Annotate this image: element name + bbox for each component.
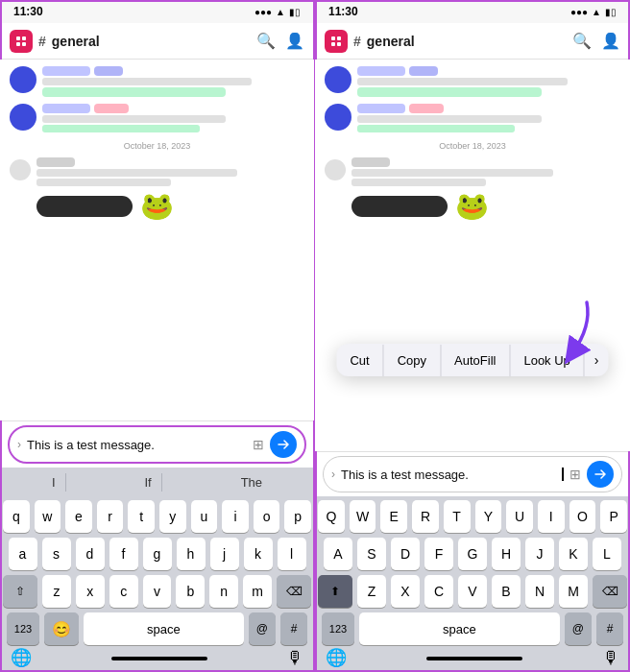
- globe-icon-left[interactable]: 🌐: [11, 647, 32, 668]
- key-C[interactable]: C: [424, 575, 453, 608]
- key-T[interactable]: T: [444, 500, 471, 533]
- key-O[interactable]: O: [569, 500, 596, 533]
- key-t[interactable]: t: [128, 500, 155, 533]
- key-l[interactable]: l: [278, 538, 306, 570]
- ctx-copy[interactable]: Copy: [384, 345, 441, 376]
- key-space-right[interactable]: space: [359, 612, 560, 645]
- msg-text-blur-r3a: [351, 169, 553, 177]
- key-m[interactable]: m: [243, 575, 272, 608]
- ctx-more-icon[interactable]: ›: [585, 344, 609, 376]
- profile-icon-right[interactable]: 👤: [601, 32, 620, 50]
- right-phone-panel: 11:30 ●●● ▲ ▮▯ # general 🔍 👤: [315, 0, 630, 672]
- key-q[interactable]: q: [3, 500, 30, 533]
- key-Y[interactable]: Y: [475, 500, 502, 533]
- search-icon-right[interactable]: 🔍: [572, 32, 592, 50]
- key-W[interactable]: W: [350, 500, 376, 533]
- key-emoji-left[interactable]: 😊: [44, 612, 79, 645]
- key-123-right[interactable]: 123: [322, 612, 354, 645]
- ctx-autofill[interactable]: AutoFill: [441, 345, 510, 376]
- key-shift-left[interactable]: ⇧: [3, 575, 37, 608]
- context-menu[interactable]: Cut Copy AutoFill Look Up ›: [336, 344, 608, 376]
- mic-icon-right[interactable]: 🎙: [602, 648, 619, 668]
- key-J[interactable]: J: [525, 538, 554, 570]
- key-w[interactable]: w: [35, 500, 61, 533]
- key-U[interactable]: U: [506, 500, 533, 533]
- profile-icon-left[interactable]: 👤: [285, 32, 304, 50]
- username-blur-3: [36, 157, 75, 167]
- ctx-cut[interactable]: Cut: [336, 345, 383, 376]
- key-D[interactable]: D: [391, 538, 420, 570]
- key-at-left[interactable]: @: [249, 612, 276, 645]
- message-input-right[interactable]: This is a test message.: [341, 468, 555, 482]
- msg-text-blur-r1: [357, 78, 568, 85]
- autocomplete-the[interactable]: The: [231, 473, 272, 492]
- key-R[interactable]: R: [412, 500, 439, 533]
- key-u[interactable]: u: [191, 500, 218, 533]
- key-a[interactable]: a: [9, 538, 37, 570]
- key-r[interactable]: r: [97, 500, 124, 533]
- key-g[interactable]: g: [143, 538, 172, 570]
- key-space-left[interactable]: space: [84, 612, 244, 645]
- key-E[interactable]: E: [380, 500, 407, 533]
- key-I[interactable]: I: [538, 500, 565, 533]
- key-y[interactable]: y: [159, 500, 186, 533]
- key-delete-left[interactable]: ⌫: [277, 575, 311, 608]
- send-button-left[interactable]: [270, 431, 297, 458]
- key-A[interactable]: A: [324, 538, 352, 570]
- key-v[interactable]: v: [143, 575, 172, 608]
- key-hash-right[interactable]: #: [596, 612, 623, 645]
- key-V[interactable]: V: [458, 575, 487, 608]
- key-at-right[interactable]: @: [565, 612, 592, 645]
- key-M[interactable]: M: [559, 575, 588, 608]
- input-box-right[interactable]: › This is a test message. ⊞: [323, 456, 622, 492]
- key-k[interactable]: k: [244, 538, 273, 570]
- key-c[interactable]: c: [109, 575, 138, 608]
- key-d[interactable]: d: [76, 538, 105, 570]
- svg-rect-2: [16, 42, 20, 46]
- keyboard-right[interactable]: Q W E R T Y U I O P A S D F G H J K L ⬆ …: [315, 496, 630, 672]
- key-s[interactable]: s: [42, 538, 71, 570]
- format-icon-left[interactable]: ⊞: [253, 437, 264, 452]
- key-h[interactable]: h: [177, 538, 206, 570]
- key-shift-right[interactable]: ⬆: [318, 575, 352, 608]
- globe-icon-right[interactable]: 🌐: [326, 647, 347, 668]
- home-bar-right: [426, 657, 522, 660]
- key-123-left[interactable]: 123: [7, 612, 39, 645]
- input-box-left[interactable]: › This is a test message. ⊞: [8, 425, 306, 464]
- key-Q[interactable]: Q: [318, 500, 345, 533]
- autocomplete-i[interactable]: I: [42, 473, 66, 492]
- key-H[interactable]: H: [492, 538, 521, 570]
- left-phone-panel: 11:30 ●●● ▲ ▮▯ # general 🔍 👤: [0, 0, 315, 672]
- key-P[interactable]: P: [600, 500, 627, 533]
- key-N[interactable]: N: [525, 575, 554, 608]
- key-X[interactable]: X: [391, 575, 420, 608]
- search-icon-left[interactable]: 🔍: [256, 32, 276, 50]
- key-K[interactable]: K: [559, 538, 588, 570]
- date-divider-right: October 18, 2023: [315, 137, 630, 155]
- key-n[interactable]: n: [209, 575, 238, 608]
- key-G[interactable]: G: [458, 538, 487, 570]
- keyboard-left[interactable]: q w e r t y u i o p a s d f g h j k l ⇧ …: [0, 496, 314, 672]
- key-Z[interactable]: Z: [357, 575, 386, 608]
- key-x[interactable]: x: [76, 575, 105, 608]
- key-S[interactable]: S: [357, 538, 386, 570]
- key-j[interactable]: j: [210, 538, 239, 570]
- key-i[interactable]: i: [222, 500, 249, 533]
- key-p[interactable]: p: [284, 500, 311, 533]
- autocomplete-if[interactable]: If: [134, 473, 161, 492]
- key-o[interactable]: o: [254, 500, 280, 533]
- ctx-lookup[interactable]: Look Up: [510, 345, 584, 376]
- key-f[interactable]: f: [109, 538, 138, 570]
- key-e[interactable]: e: [65, 500, 92, 533]
- key-F[interactable]: F: [424, 538, 453, 570]
- key-hash-left[interactable]: #: [280, 612, 307, 645]
- key-L[interactable]: L: [593, 538, 621, 570]
- format-icon-right[interactable]: ⊞: [569, 467, 581, 482]
- key-b[interactable]: b: [176, 575, 205, 608]
- key-z[interactable]: z: [42, 575, 71, 608]
- mic-icon-left[interactable]: 🎙: [286, 648, 303, 668]
- message-input-left[interactable]: This is a test message.: [27, 438, 247, 452]
- key-delete-right[interactable]: ⌫: [593, 575, 627, 608]
- send-button-right[interactable]: [587, 461, 614, 488]
- key-B[interactable]: B: [492, 575, 521, 608]
